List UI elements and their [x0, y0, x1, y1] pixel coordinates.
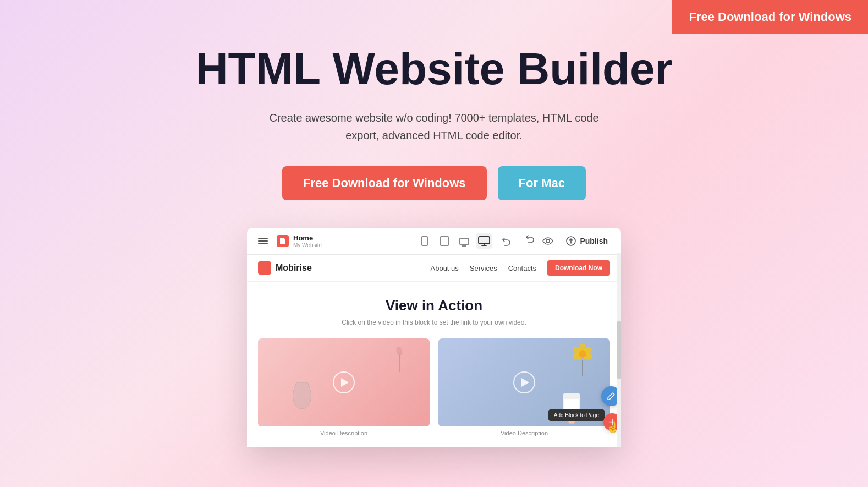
app-toolbar: Home My Website	[247, 228, 621, 255]
play-button-1[interactable]	[333, 371, 355, 393]
scrollbar-track[interactable]	[617, 253, 621, 447]
video-item-2: Video Description	[438, 338, 610, 436]
cta-buttons: Free Download for Windows For Mac	[0, 166, 868, 200]
mac-download-button[interactable]: For Mac	[498, 166, 586, 200]
publish-label: Publish	[580, 237, 608, 245]
top-cta-button[interactable]: Free Download for Windows	[672, 0, 868, 34]
brand-icon	[258, 261, 271, 275]
tablet-view-button[interactable]	[437, 233, 452, 249]
device-selector	[417, 233, 492, 249]
app-brand: Mobirise	[258, 261, 431, 275]
nav-about[interactable]: About us	[431, 264, 459, 272]
video-grid: Video Description	[258, 338, 610, 436]
svg-point-3	[546, 239, 550, 243]
content-heading: View in Action	[258, 297, 610, 314]
nav-contacts[interactable]: Contacts	[508, 264, 536, 272]
app-preview: Home My Website	[247, 228, 621, 447]
svg-rect-0	[479, 237, 490, 244]
nav-links: About us Services Contacts Download Now	[431, 260, 611, 276]
app-navbar: Mobirise About us Services Contacts Down…	[247, 255, 621, 282]
hero-title: HTML Website Builder	[0, 44, 868, 94]
nav-download-button[interactable]: Download Now	[547, 260, 610, 276]
mobile-view-button[interactable]	[417, 233, 432, 249]
svg-rect-18	[563, 393, 580, 399]
publish-button[interactable]: Publish	[561, 233, 612, 249]
app-content: View in Action Click on the video in thi…	[247, 282, 621, 447]
redo-button[interactable]	[519, 233, 535, 249]
video-desc-2: Video Description	[438, 430, 610, 436]
menu-icon[interactable]	[256, 236, 270, 247]
content-subtext: Click on the video in this block to set …	[258, 319, 610, 326]
windows-download-button[interactable]: Free Download for Windows	[282, 166, 487, 200]
nav-services[interactable]: Services	[470, 264, 497, 272]
page-info: Home My Website	[277, 234, 410, 248]
video-item-1: Video Description	[258, 338, 430, 436]
hero-subtitle: Create awesome website w/o coding! 7000+…	[252, 109, 616, 144]
app-preview-wrapper: Home My Website	[247, 228, 621, 447]
preview-button[interactable]	[540, 233, 556, 249]
svg-point-16	[579, 350, 586, 358]
page-file-icon	[277, 235, 289, 247]
play-button-2[interactable]	[513, 371, 535, 393]
video-thumb-1[interactable]	[258, 338, 430, 426]
page-name: Home	[293, 234, 322, 242]
page-site: My Website	[293, 242, 322, 248]
desktop-view-button[interactable]	[476, 233, 492, 249]
brand-name: Mobirise	[276, 263, 312, 273]
toolbar-right: Publish	[498, 233, 612, 249]
video-desc-1: Video Description	[258, 430, 430, 436]
add-block-tooltip: Add Block to Page	[548, 409, 605, 421]
scrollbar-thumb[interactable]	[617, 321, 621, 379]
page-name-group: Home My Website	[293, 234, 322, 248]
laptop-view-button[interactable]	[457, 233, 472, 249]
undo-button[interactable]	[498, 233, 514, 249]
